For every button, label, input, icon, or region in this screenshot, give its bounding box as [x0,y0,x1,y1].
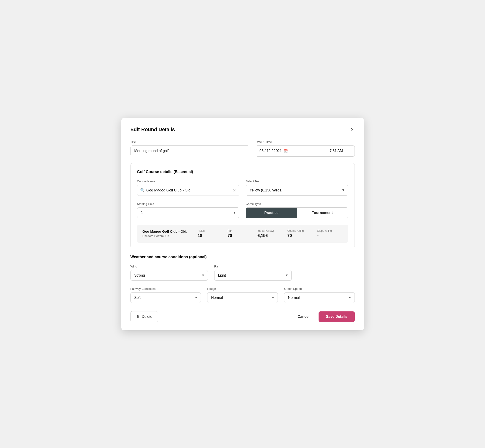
weather-section: Weather and course conditions (optional)… [130,255,355,303]
rough-select-wrap: Normal ▼ [207,292,278,303]
title-datetime-row: Title Date & Time 05 / 12 / 2021 📅 [130,140,355,157]
par-label: Par [227,229,253,232]
course-name-label: Course Name [137,180,240,183]
wind-select-wrap: Strong ▼ [130,270,208,281]
green-speed-label: Green Speed [284,287,355,290]
rough-dropdown[interactable]: Normal [207,292,278,303]
course-info-name-text: Gog Magog Golf Club - Old, [143,230,193,233]
edit-round-modal: Edit Round Details × Title Date & Time 0… [121,118,364,330]
game-type-label: Game Type [246,202,348,206]
modal-title: Edit Round Details [130,127,175,133]
course-stat-yards: Yards(Yellow) 6,156 [253,229,283,238]
course-name-col: Course Name 🔍 ✕ [137,180,240,196]
time-input[interactable] [318,146,355,156]
fairway-col: Fairway Conditions Soft ▼ [130,287,201,303]
footer-row: 🗑 Delete Cancel Save Details [130,311,355,322]
tournament-button[interactable]: Tournament [297,208,348,218]
game-type-toggle: Practice Tournament [246,207,348,218]
select-tee-wrap: Yellow (6,156 yards) ▼ [246,185,348,196]
wind-rain-row: Wind Strong ▼ Rain Light ▼ [130,265,355,281]
rain-label: Rain [214,265,292,268]
practice-button[interactable]: Practice [246,208,297,218]
fairway-rough-green-row: Fairway Conditions Soft ▼ Rough Normal ▼ [130,287,355,303]
clear-icon[interactable]: ✕ [233,188,236,193]
datetime-col: Date & Time 05 / 12 / 2021 📅 [256,140,355,157]
close-button[interactable]: × [350,126,355,133]
green-speed-col: Green Speed Normal ▼ [284,287,355,303]
fairway-dropdown[interactable]: Soft [130,292,201,303]
weather-section-title: Weather and course conditions (optional) [130,255,355,259]
datetime-label: Date & Time [256,140,355,144]
course-info-box: Gog Magog Golf Club - Old, Shelford Bott… [137,225,348,243]
title-col: Title [130,140,249,157]
course-search-wrap: 🔍 ✕ [137,185,240,196]
course-stat-course-rating: Course rating 70 [283,229,313,238]
golf-course-title: Golf Course details (Essential) [137,170,348,174]
rain-select-wrap: Light ▼ [214,270,292,281]
delete-button[interactable]: 🗑 Delete [130,311,158,322]
search-icon: 🔍 [140,188,145,192]
course-info-location: Shelford Bottom, UK [143,234,193,238]
starting-hole-dropdown[interactable]: 1 [137,207,240,218]
wind-col: Wind Strong ▼ [130,265,208,281]
fairway-select-wrap: Soft ▼ [130,292,201,303]
title-input[interactable] [130,145,249,156]
course-rating-label: Course rating [287,229,313,232]
par-value: 70 [227,233,253,238]
rough-label: Rough [207,287,278,290]
starting-hole-col: Starting Hole 1 ▼ [137,202,240,218]
starting-hole-label: Starting Hole [137,202,240,206]
trash-icon: 🗑 [136,315,140,319]
rough-col: Rough Normal ▼ [207,287,278,303]
footer-right: Cancel Save Details [294,312,355,322]
course-tee-row: Course Name 🔍 ✕ Select Tee Yellow (6,156… [137,180,348,196]
select-tee-col: Select Tee Yellow (6,156 yards) ▼ [246,180,348,196]
starting-hole-wrap: 1 ▼ [137,207,240,218]
yards-value: 6,156 [258,233,283,238]
game-type-col: Game Type Practice Tournament [246,202,348,218]
slope-rating-label: Slope rating [317,229,342,232]
rain-col: Rain Light ▼ [214,265,292,281]
delete-label: Delete [142,315,152,319]
rain-dropdown[interactable]: Light [214,270,292,281]
select-tee-dropdown[interactable]: Yellow (6,156 yards) [246,185,348,196]
select-tee-label: Select Tee [246,180,348,183]
holes-value: 18 [198,233,223,238]
holes-label: Holes [198,229,223,232]
wind-dropdown[interactable]: Strong [130,270,208,281]
course-rating-value: 70 [287,233,313,238]
wind-label: Wind [130,265,208,268]
date-input[interactable]: 05 / 12 / 2021 📅 [256,146,318,156]
spacer-col [298,265,355,281]
slope-rating-value: - [317,233,342,238]
modal-header: Edit Round Details × [130,126,355,133]
green-speed-select-wrap: Normal ▼ [284,292,355,303]
date-value: 05 / 12 / 2021 [259,149,282,153]
title-label: Title [130,140,249,144]
course-name-input[interactable] [137,185,240,196]
green-speed-dropdown[interactable]: Normal [284,292,355,303]
yards-label: Yards(Yellow) [258,229,283,232]
hole-gametype-row: Starting Hole 1 ▼ Game Type Practice Tou… [137,202,348,218]
cancel-button[interactable]: Cancel [294,312,313,322]
course-info-name: Gog Magog Golf Club - Old, Shelford Bott… [143,230,193,238]
save-button[interactable]: Save Details [319,312,355,322]
calendar-icon: 📅 [284,149,289,153]
course-stat-par: Par 70 [223,229,253,238]
golf-course-section: Golf Course details (Essential) Course N… [130,163,355,248]
course-stat-holes: Holes 18 [193,229,223,238]
fairway-label: Fairway Conditions [130,287,201,290]
course-stat-slope-rating: Slope rating - [313,229,342,238]
date-time-row: 05 / 12 / 2021 📅 [256,145,355,157]
